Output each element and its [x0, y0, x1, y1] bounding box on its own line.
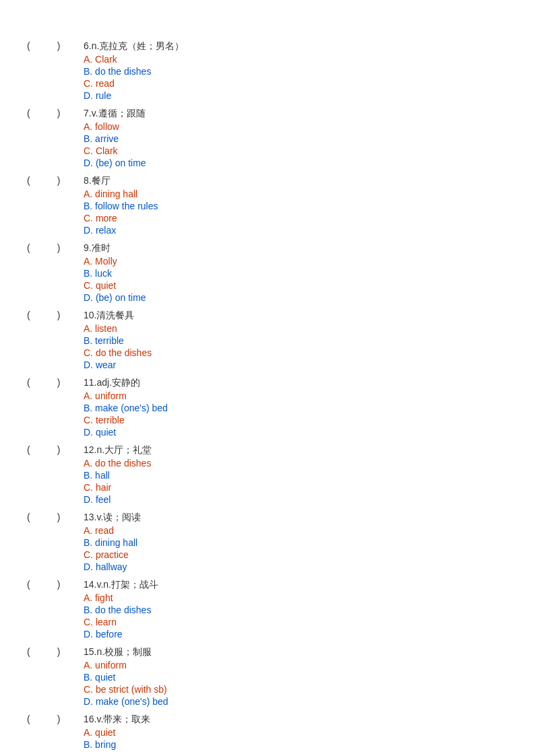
- question-text: 15.n.校服；制服: [84, 646, 152, 658]
- option-item[interactable]: D. relax: [84, 225, 508, 236]
- option-item[interactable]: D. quiet: [84, 427, 508, 438]
- bracket-right: ): [57, 242, 61, 253]
- answer-blank: [30, 377, 57, 388]
- bracket-right: ): [57, 512, 61, 522]
- question-text: 11.adj.安静的: [84, 377, 140, 389]
- options-list: A. do the dishesB. hallC. hairD. feel: [84, 458, 508, 505]
- option-item[interactable]: D. hallway: [84, 561, 508, 572]
- option-item[interactable]: A. follow: [84, 121, 508, 132]
- option-item[interactable]: D. (be) on time: [84, 158, 508, 168]
- question-text: 12.n.大厅；礼堂: [84, 444, 152, 456]
- option-item[interactable]: C. more: [84, 213, 508, 224]
- bracket-right: ): [57, 714, 61, 724]
- option-item[interactable]: B. hall: [84, 470, 508, 481]
- option-item[interactable]: A. Molly: [84, 256, 508, 267]
- question-row: ( )6.n.克拉克（姓；男名）: [27, 40, 508, 53]
- question-row: ( )14.v.n.打架；战斗: [27, 579, 508, 591]
- question-text: 7.v.遵循；跟随: [84, 108, 146, 120]
- option-item[interactable]: D. (be) on time: [84, 292, 508, 303]
- question-row: ( )16.v.带来；取来: [27, 714, 508, 726]
- options-list: A. followB. arriveC. ClarkD. (be) on tim…: [84, 121, 508, 168]
- option-item[interactable]: A. uniform: [84, 390, 508, 401]
- question-text: 9.准时: [84, 242, 111, 254]
- answer-blank: [30, 444, 57, 455]
- question-row: ( )13.v.读；阅读: [27, 512, 508, 524]
- bracket-right: ): [57, 646, 61, 657]
- option-item[interactable]: B. terrible: [84, 335, 508, 346]
- question-text: 10.清洗餐具: [84, 310, 134, 322]
- option-item[interactable]: C. quiet: [84, 280, 508, 291]
- option-item[interactable]: C. practice: [84, 549, 508, 560]
- option-item[interactable]: D. wear: [84, 359, 508, 370]
- question-text: 16.v.带来；取来: [84, 714, 150, 726]
- option-item[interactable]: C. terrible: [84, 415, 508, 425]
- options-list: A. listenB. terribleC. do the dishesD. w…: [84, 323, 508, 370]
- option-item[interactable]: A. dining hall: [84, 188, 508, 199]
- bracket-right: ): [57, 108, 61, 118]
- options-list: A. quietB. bring: [84, 727, 508, 750]
- option-item[interactable]: C. hair: [84, 482, 508, 493]
- answer-blank: [30, 175, 57, 186]
- question-text: 8.餐厅: [84, 175, 111, 187]
- option-item[interactable]: A. fight: [84, 592, 508, 603]
- option-item[interactable]: C. be strict (with sb): [84, 684, 508, 695]
- options-list: A. ClarkB. do the dishesC. readD. rule: [84, 54, 508, 101]
- question-text: 6.n.克拉克（姓；男名）: [84, 40, 184, 53]
- question-row: ( )15.n.校服；制服: [27, 646, 508, 658]
- option-item[interactable]: B. dining hall: [84, 537, 508, 548]
- option-item[interactable]: D. before: [84, 629, 508, 640]
- answer-blank: [30, 242, 57, 253]
- bracket-right: ): [57, 310, 61, 320]
- question-row: ( )11.adj.安静的: [27, 377, 508, 389]
- options-list: A. MollyB. luckC. quietD. (be) on time: [84, 256, 508, 303]
- option-item[interactable]: C. read: [84, 78, 508, 89]
- question-text: 14.v.n.打架；战斗: [84, 579, 158, 591]
- options-list: A. fightB. do the dishesC. learnD. befor…: [84, 592, 508, 640]
- option-item[interactable]: D. rule: [84, 90, 508, 101]
- option-item[interactable]: C. Clark: [84, 145, 508, 156]
- option-item[interactable]: A. uniform: [84, 660, 508, 671]
- option-item[interactable]: B. bring: [84, 739, 508, 750]
- option-item[interactable]: A. listen: [84, 323, 508, 334]
- quiz-container: ( )6.n.克拉克（姓；男名）A. ClarkB. do the dishes…: [27, 40, 508, 750]
- option-item[interactable]: A. read: [84, 525, 508, 536]
- options-list: A. uniformB. quietC. be strict (with sb)…: [84, 660, 508, 707]
- option-item[interactable]: B. luck: [84, 268, 508, 279]
- bracket-right: ): [57, 444, 61, 455]
- option-item[interactable]: B. arrive: [84, 133, 508, 144]
- options-list: A. uniformB. make (one's) bedC. terrible…: [84, 390, 508, 438]
- answer-blank: [30, 40, 57, 51]
- question-text: 13.v.读；阅读: [84, 512, 141, 524]
- answer-blank: [30, 310, 57, 320]
- answer-blank: [30, 714, 57, 724]
- option-item[interactable]: B. quiet: [84, 672, 508, 683]
- bracket-right: ): [57, 579, 61, 590]
- question-row: ( )8.餐厅: [27, 175, 508, 187]
- option-item[interactable]: C. learn: [84, 617, 508, 627]
- question-row: ( )7.v.遵循；跟随: [27, 108, 508, 120]
- bracket-right: ): [57, 175, 61, 186]
- option-item[interactable]: B. follow the rules: [84, 201, 508, 211]
- option-item[interactable]: A. quiet: [84, 727, 508, 738]
- answer-blank: [30, 579, 57, 590]
- answer-blank: [30, 108, 57, 118]
- question-row: ( )12.n.大厅；礼堂: [27, 444, 508, 456]
- option-item[interactable]: B. do the dishes: [84, 66, 508, 77]
- options-list: A. dining hallB. follow the rulesC. more…: [84, 188, 508, 236]
- bracket-right: ): [57, 40, 61, 51]
- answer-blank: [30, 512, 57, 522]
- option-item[interactable]: A. do the dishes: [84, 458, 508, 469]
- bracket-right: ): [57, 377, 61, 388]
- answer-blank: [30, 646, 57, 657]
- option-item[interactable]: B. do the dishes: [84, 605, 508, 615]
- options-list: A. readB. dining hallC. practiceD. hallw…: [84, 525, 508, 572]
- option-item[interactable]: B. make (one's) bed: [84, 403, 508, 413]
- option-item[interactable]: C. do the dishes: [84, 347, 508, 358]
- option-item[interactable]: A. Clark: [84, 54, 508, 65]
- question-row: ( )9.准时: [27, 242, 508, 254]
- option-item[interactable]: D. feel: [84, 494, 508, 505]
- question-row: ( )10.清洗餐具: [27, 310, 508, 322]
- option-item[interactable]: D. make (one's) bed: [84, 696, 508, 707]
